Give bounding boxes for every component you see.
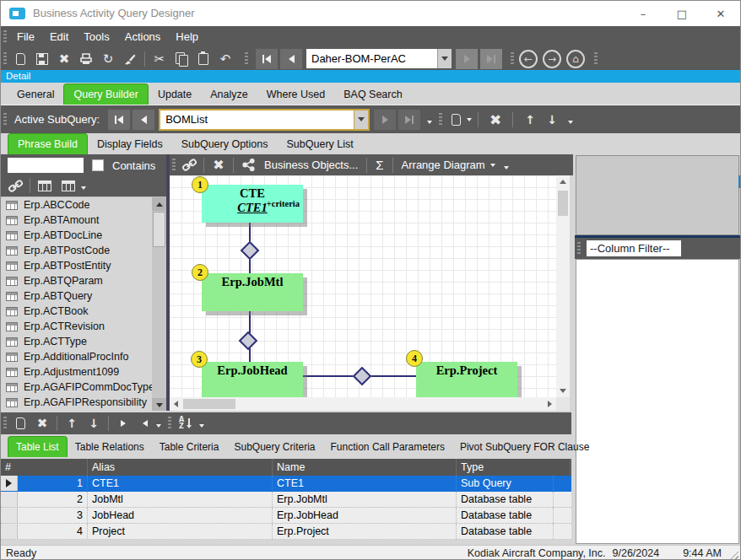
close-button[interactable]: ✕ bbox=[701, 1, 740, 26]
undo-icon[interactable]: ↶ bbox=[214, 50, 236, 68]
last-subquery-button[interactable] bbox=[398, 110, 420, 130]
query-record-combo[interactable]: Daher-BOM-PerAC bbox=[306, 49, 452, 68]
cell-alias[interactable]: JobHead bbox=[88, 508, 273, 523]
home-icon[interactable]: ⌂ bbox=[566, 50, 585, 68]
table-row[interactable]: 3 JobHead Erp.JobHead Database table bbox=[1, 508, 571, 524]
move-down-icon[interactable]: ↓ bbox=[541, 110, 563, 129]
print-icon[interactable] bbox=[75, 50, 97, 68]
scroll-up-icon[interactable] bbox=[152, 197, 166, 211]
diagram-horizontal-scrollbar[interactable] bbox=[170, 397, 556, 411]
column-header-alias[interactable]: Alias bbox=[88, 459, 273, 476]
diagram-vertical-scrollbar[interactable] bbox=[556, 175, 570, 397]
delete-subquery-icon[interactable]: ✖ bbox=[484, 110, 506, 129]
cell-name[interactable]: Erp.JobHead bbox=[273, 508, 457, 523]
scrollbar-thumb[interactable] bbox=[153, 212, 165, 247]
new-subquery-icon[interactable] bbox=[445, 110, 467, 129]
cell-alias[interactable]: CTE1 bbox=[88, 476, 273, 491]
overflow-chevron-icon[interactable] bbox=[427, 121, 432, 124]
cell-name[interactable]: CTE1 bbox=[273, 476, 457, 491]
tab-subquery-options[interactable]: SubQuery Options bbox=[172, 134, 278, 154]
paste-icon[interactable] bbox=[192, 50, 214, 68]
tab-subquery-criteria[interactable]: SubQuery Criteria bbox=[226, 437, 322, 457]
refresh-icon[interactable]: ↻ bbox=[97, 50, 119, 68]
list-item[interactable]: Erp.ABTQParam bbox=[1, 273, 166, 288]
list-item[interactable]: Erp.ABTAmount bbox=[1, 213, 166, 228]
add-table-icon[interactable] bbox=[34, 176, 56, 195]
arrange-diagram-dropdown-icon[interactable] bbox=[490, 164, 495, 167]
combo-dropdown-button[interactable] bbox=[437, 49, 452, 68]
scrollbar-thumb[interactable] bbox=[558, 191, 568, 216]
tab-subquery-list[interactable]: SubQuery List bbox=[278, 134, 363, 154]
last-record-button[interactable] bbox=[480, 49, 502, 69]
menu-edit[interactable]: Edit bbox=[42, 30, 76, 43]
move-down-icon[interactable]: ↓ bbox=[83, 414, 105, 433]
join-diamond[interactable] bbox=[353, 367, 372, 386]
menu-file[interactable]: File bbox=[9, 30, 42, 43]
list-item[interactable]: Erp.AGAFIPCommDocType bbox=[1, 380, 166, 395]
tab-display-fields[interactable]: Display Fields bbox=[88, 134, 172, 154]
new-icon[interactable] bbox=[9, 50, 31, 68]
list-item[interactable]: Erp.AdditionalProcInfo bbox=[1, 349, 166, 364]
cell-type[interactable]: Sub Query bbox=[457, 476, 554, 491]
link-table-icon[interactable] bbox=[4, 176, 26, 195]
node-project[interactable]: Erp.Project bbox=[416, 362, 517, 397]
row-selector[interactable] bbox=[1, 524, 18, 539]
join-diamond[interactable] bbox=[241, 241, 260, 261]
tab-table-relations[interactable]: Table Relations bbox=[68, 437, 152, 457]
overflow-chevron-icon[interactable] bbox=[504, 166, 509, 170]
forward-icon[interactable]: → bbox=[543, 50, 561, 68]
delete-row-icon[interactable]: ✖ bbox=[31, 414, 53, 433]
tab-table-list[interactable]: Table List bbox=[8, 436, 68, 457]
cell-type[interactable]: Database table bbox=[457, 524, 554, 539]
first-subquery-button[interactable] bbox=[108, 110, 130, 130]
table-row[interactable]: 4 Project Erp.Project Database table bbox=[1, 524, 571, 540]
tab-phrase-build[interactable]: Phrase Build bbox=[8, 133, 88, 154]
menu-tools[interactable]: Tools bbox=[76, 30, 116, 43]
contains-checkbox[interactable] bbox=[92, 159, 104, 171]
node-cte1[interactable]: CTE +criteria CTE1 bbox=[202, 185, 303, 223]
move-up-icon[interactable]: ↑ bbox=[61, 414, 83, 433]
list-item[interactable]: Erp.ABTPostCode bbox=[1, 243, 166, 258]
clear-brush-icon[interactable] bbox=[119, 50, 141, 68]
tab-baq-search[interactable]: BAQ Search bbox=[334, 84, 411, 105]
table-row[interactable]: 2 JobMtl Erp.JobMtl Database table bbox=[1, 492, 571, 508]
overflow-chevron-icon[interactable] bbox=[156, 424, 161, 428]
back-icon[interactable]: ← bbox=[519, 50, 538, 68]
previous-subquery-button[interactable] bbox=[133, 110, 154, 130]
subquery-combo[interactable]: BOMList bbox=[159, 109, 370, 131]
query-diagram-canvas[interactable]: CTE +criteria CTE1 1 Erp.JobMtl 2 Erp.Jo… bbox=[170, 175, 556, 397]
resize-grip[interactable] bbox=[728, 549, 738, 559]
list-item[interactable]: Erp.ABTDocLine bbox=[1, 228, 166, 243]
cell-name[interactable]: Erp.JobMtl bbox=[273, 492, 457, 507]
tab-function-call-parameters[interactable]: Function Call Parameters bbox=[323, 437, 452, 457]
cell-type[interactable]: Database table bbox=[457, 508, 554, 523]
column-header-name[interactable]: Name bbox=[273, 459, 457, 476]
table-options-chevron-icon[interactable] bbox=[81, 186, 86, 190]
add-table-special-icon[interactable] bbox=[56, 176, 81, 195]
list-item[interactable]: Erp.ACTRevision bbox=[1, 319, 166, 334]
arrange-diagram-button[interactable]: Arrange Diagram bbox=[397, 159, 490, 171]
list-item[interactable]: Erp.ACTBook bbox=[1, 304, 166, 319]
tab-update[interactable]: Update bbox=[149, 84, 201, 105]
list-item[interactable]: Erp.Adjustment1099 bbox=[1, 364, 166, 380]
copy-icon[interactable] bbox=[170, 50, 192, 68]
save-icon[interactable] bbox=[31, 50, 53, 68]
overflow-chevron-icon[interactable] bbox=[199, 424, 204, 428]
tab-table-criteria[interactable]: Table Criteria bbox=[152, 437, 227, 457]
scrollbar-thumb[interactable] bbox=[183, 399, 235, 409]
combo-dropdown-button[interactable] bbox=[354, 110, 368, 129]
cell-alias[interactable]: JobMtl bbox=[88, 492, 273, 507]
tab-pivot-subquery-for-clause[interactable]: Pivot SubQuery FOR Clause bbox=[452, 437, 597, 457]
tab-general[interactable]: General bbox=[8, 84, 63, 105]
move-up-icon[interactable]: ↑ bbox=[519, 110, 541, 129]
remove-node-icon[interactable]: ✖ bbox=[208, 156, 230, 175]
cell-type[interactable]: Database table bbox=[457, 492, 554, 507]
join-diamond[interactable] bbox=[239, 331, 258, 351]
row-selector[interactable] bbox=[1, 476, 18, 491]
next-record-button[interactable] bbox=[456, 49, 478, 69]
table-search-input[interactable] bbox=[8, 158, 84, 173]
indent-left-icon[interactable] bbox=[134, 414, 156, 433]
column-header-type[interactable]: Type bbox=[457, 459, 571, 476]
tab-analyze[interactable]: Analyze bbox=[201, 84, 257, 105]
new-subquery-dropdown-icon[interactable] bbox=[467, 118, 472, 121]
